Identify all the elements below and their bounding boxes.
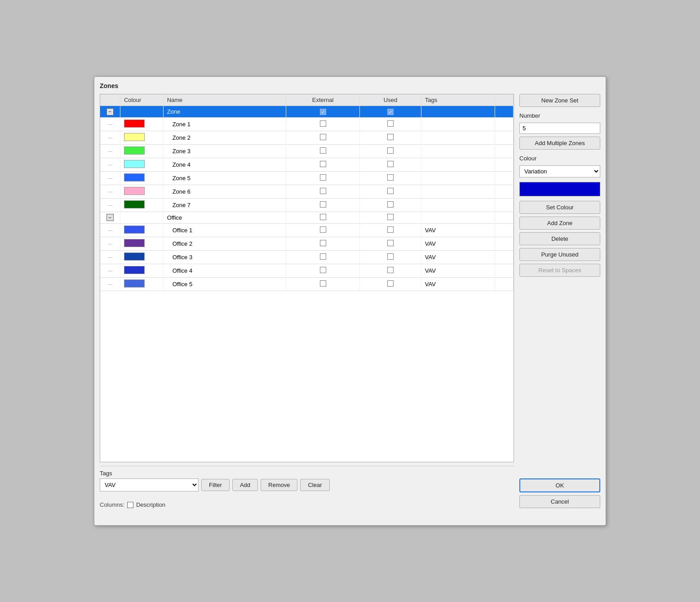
tags-cell: VAV (421, 237, 495, 250)
table-row[interactable]: —Office 4VAV (100, 264, 514, 277)
reset-to-spaces-button[interactable]: Reset to Spaces (519, 264, 600, 277)
tags-cell (421, 171, 495, 185)
extra-cell (495, 171, 513, 185)
used-checkbox[interactable] (387, 214, 394, 220)
used-cell[interactable] (360, 223, 421, 237)
external-checkbox[interactable] (320, 188, 326, 194)
tags-cell (421, 198, 495, 212)
external-checkbox[interactable]: ✓ (320, 109, 326, 115)
colour-cell (120, 131, 163, 144)
table-row[interactable]: —Office 1VAV (100, 223, 514, 237)
used-checkbox[interactable] (387, 147, 394, 154)
table-row[interactable]: —Zone 5 (100, 171, 514, 185)
used-checkbox[interactable] (387, 280, 394, 287)
used-cell[interactable] (360, 171, 421, 185)
external-checkbox[interactable] (320, 147, 326, 154)
table-row[interactable]: −Office (100, 212, 514, 223)
table-row[interactable]: —Zone 1 (100, 117, 514, 131)
external-checkbox[interactable] (320, 134, 326, 140)
table-row[interactable]: —Office 3VAV (100, 250, 514, 264)
external-checkbox[interactable] (320, 174, 326, 181)
table-row[interactable]: —Zone 2 (100, 131, 514, 144)
table-row[interactable]: −Zone✓✓ (100, 106, 514, 118)
used-cell[interactable] (360, 277, 421, 291)
used-checkbox[interactable] (387, 240, 394, 246)
tags-cell: VAV (421, 223, 495, 237)
table-row[interactable]: —Zone 3 (100, 144, 514, 158)
used-cell[interactable] (360, 237, 421, 250)
used-cell[interactable] (360, 198, 421, 212)
used-cell[interactable]: ✓ (360, 106, 421, 118)
table-row[interactable]: —Zone 6 (100, 185, 514, 198)
ok-button[interactable]: OK (519, 478, 600, 492)
used-cell[interactable] (360, 212, 421, 223)
external-cell[interactable]: ✓ (286, 106, 360, 118)
zones-dialog: Zones Colour Name External Used Tags (94, 76, 606, 526)
external-cell[interactable] (286, 237, 360, 250)
used-checkbox[interactable] (387, 174, 394, 181)
external-checkbox[interactable] (320, 161, 326, 167)
external-checkbox[interactable] (320, 240, 326, 246)
external-cell[interactable] (286, 223, 360, 237)
tags-dropdown[interactable]: VAV (100, 478, 199, 491)
extra-cell (495, 198, 513, 212)
filter-button[interactable]: Filter (201, 479, 230, 491)
add-tag-button[interactable]: Add (232, 479, 258, 491)
external-checkbox[interactable] (320, 201, 326, 208)
external-cell[interactable] (286, 158, 360, 171)
used-cell[interactable] (360, 264, 421, 277)
external-cell[interactable] (286, 264, 360, 277)
used-cell[interactable] (360, 185, 421, 198)
delete-button[interactable]: Delete (519, 232, 600, 245)
used-checkbox[interactable] (387, 134, 394, 140)
external-cell[interactable] (286, 277, 360, 291)
used-checkbox[interactable] (387, 161, 394, 167)
description-label: Description (136, 501, 165, 508)
external-cell[interactable] (286, 144, 360, 158)
used-checkbox[interactable]: ✓ (387, 109, 394, 115)
external-checkbox[interactable] (320, 253, 326, 260)
table-row[interactable]: —Zone 7 (100, 198, 514, 212)
used-cell[interactable] (360, 250, 421, 264)
colour-dropdown[interactable]: Variation Fixed (519, 165, 600, 177)
description-checkbox[interactable] (127, 502, 133, 508)
external-cell[interactable] (286, 171, 360, 185)
external-checkbox[interactable] (320, 226, 326, 233)
table-row[interactable]: —Office 2VAV (100, 237, 514, 250)
purge-unused-button[interactable]: Purge Unused (519, 248, 600, 261)
used-cell[interactable] (360, 144, 421, 158)
used-checkbox[interactable] (387, 226, 394, 233)
external-cell[interactable] (286, 185, 360, 198)
colour-cell (120, 106, 163, 118)
external-cell[interactable] (286, 250, 360, 264)
cancel-button[interactable]: Cancel (519, 495, 600, 508)
external-cell[interactable] (286, 212, 360, 223)
used-checkbox[interactable] (387, 267, 394, 273)
expand-collapse-btn[interactable]: − (100, 106, 120, 118)
used-checkbox[interactable] (387, 253, 394, 260)
table-row[interactable]: —Zone 4 (100, 158, 514, 171)
set-colour-button[interactable]: Set Colour (519, 201, 600, 214)
used-cell[interactable] (360, 117, 421, 131)
external-checkbox[interactable] (320, 214, 326, 220)
external-cell[interactable] (286, 198, 360, 212)
external-cell[interactable] (286, 131, 360, 144)
external-checkbox[interactable] (320, 280, 326, 287)
add-multiple-zones-button[interactable]: Add Multiple Zones (519, 137, 600, 150)
expand-collapse-btn[interactable]: − (100, 212, 120, 223)
remove-tag-button[interactable]: Remove (261, 479, 297, 491)
new-zone-set-button[interactable]: New Zone Set (519, 94, 600, 107)
used-checkbox[interactable] (387, 188, 394, 194)
external-checkbox[interactable] (320, 120, 326, 127)
table-row[interactable]: —Office 5VAV (100, 277, 514, 291)
used-checkbox[interactable] (387, 120, 394, 127)
add-zone-button[interactable]: Add Zone (519, 217, 600, 230)
external-checkbox[interactable] (320, 267, 326, 273)
colour-cell (120, 144, 163, 158)
clear-button[interactable]: Clear (300, 479, 329, 491)
used-cell[interactable] (360, 158, 421, 171)
number-input[interactable] (519, 123, 600, 134)
used-cell[interactable] (360, 131, 421, 144)
used-checkbox[interactable] (387, 201, 394, 208)
external-cell[interactable] (286, 117, 360, 131)
